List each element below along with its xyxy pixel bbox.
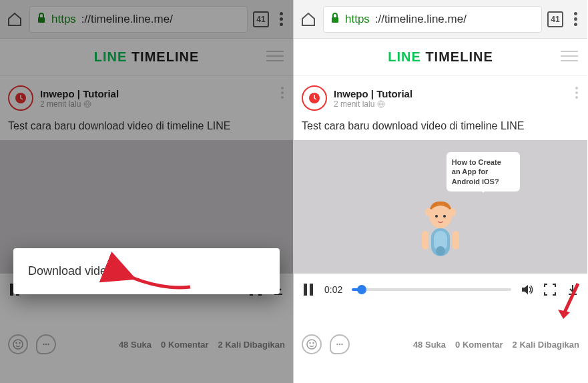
video-controls: 0:02 [294, 274, 587, 306]
brand-logo: LINE TIMELINE [388, 49, 493, 65]
post-header: Inwepo | Tutorial 2 menit lalu [294, 76, 587, 116]
post-meta: 2 menit lalu [334, 99, 412, 109]
post-time: 2 menit lalu [334, 99, 374, 109]
pane-left: https://timeline.line.me/ 41 LINE TIMELI… [0, 0, 294, 383]
svg-point-33 [341, 344, 342, 345]
download-popup: Download video [13, 248, 280, 294]
pause-icon[interactable] [302, 283, 315, 296]
download-video-option[interactable]: Download video [28, 264, 113, 278]
svg-rect-12 [332, 17, 338, 23]
tabs-count[interactable]: 41 [547, 11, 563, 27]
page-header: LINE TIMELINE [294, 39, 587, 76]
svg-point-22 [436, 246, 445, 256]
url-rest: ://timeline.line.me/ [375, 13, 467, 26]
svg-point-29 [310, 343, 310, 344]
react-button[interactable] [302, 334, 322, 354]
svg-rect-25 [304, 284, 307, 296]
svg-point-32 [339, 344, 340, 345]
svg-point-16 [435, 215, 438, 218]
browser-navbar: https://timeline.line.me/ 41 [294, 0, 587, 39]
globe-icon [377, 100, 385, 108]
volume-icon[interactable] [521, 283, 534, 296]
shares-count[interactable]: 2 Kali Dibagikan [513, 340, 579, 350]
svg-point-30 [313, 343, 314, 344]
svg-point-17 [443, 215, 446, 218]
speech-bubble: How to Create an App for Android iOS? [447, 152, 520, 192]
svg-rect-27 [569, 294, 577, 295]
modal-backdrop[interactable] [0, 0, 293, 383]
svg-rect-24 [453, 231, 459, 250]
svg-point-19 [449, 208, 456, 216]
svg-point-18 [425, 208, 432, 216]
hamburger-icon[interactable] [561, 51, 578, 61]
svg-rect-26 [310, 284, 313, 296]
comment-button[interactable] [330, 334, 350, 354]
url-scheme: https [345, 13, 370, 26]
home-icon[interactable] [299, 10, 318, 29]
author-name[interactable]: Inwepo | Tutorial [334, 88, 412, 99]
comments-count[interactable]: 0 Komentar [455, 340, 503, 350]
seek-bar[interactable] [352, 288, 511, 291]
likes-count[interactable]: 48 Suka [413, 340, 446, 350]
svg-point-31 [336, 344, 338, 345]
lock-icon [330, 13, 340, 26]
post-footer: 48 Suka 0 Komentar 2 Kali Dibagikan [294, 306, 587, 383]
fullscreen-icon[interactable] [543, 283, 557, 296]
svg-point-28 [307, 340, 316, 349]
post-caption: Test cara baru download video di timelin… [294, 116, 587, 140]
url-bar[interactable]: https://timeline.line.me/ [323, 6, 542, 33]
post-menu-icon[interactable] [575, 87, 578, 99]
character-illustration [414, 198, 467, 274]
browser-menu-icon[interactable] [569, 12, 582, 26]
download-icon[interactable] [566, 283, 579, 296]
video-player[interactable]: How to Create an App for Android iOS? [294, 140, 587, 274]
pane-right: https://timeline.line.me/ 41 LINE TIMELI… [294, 0, 587, 383]
avatar[interactable] [302, 85, 327, 111]
video-time: 0:02 [324, 284, 342, 295]
svg-rect-23 [422, 231, 428, 250]
